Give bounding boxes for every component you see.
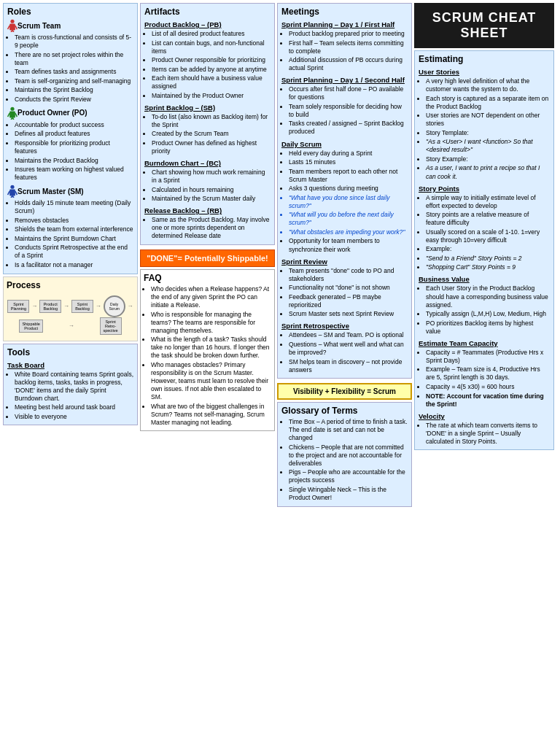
list-item: User stories are NOT dependent on other …	[426, 112, 550, 128]
product-owner-list: Accountable for product success Defines …	[7, 121, 133, 182]
list-item: Removes obstacles	[15, 217, 133, 225]
daily-scrum-q3: "What obstacles are impeding your work?"	[289, 228, 408, 236]
process-product-backlog: ProductBacklog	[39, 300, 61, 313]
list-item: Maintained by the Product Owner	[152, 92, 271, 100]
column-4: SCRUM CHEAT SHEET Estimating User Storie…	[414, 3, 554, 509]
scrum-team-title: Scrum Team	[18, 22, 61, 30]
user-stories-title: User Stories	[419, 68, 550, 76]
list-item: Shields the team from external interfere…	[15, 225, 133, 233]
estimate-capacity-title: Estimate Team Capacity	[419, 339, 550, 347]
business-value-title: Business Value	[419, 275, 550, 283]
scrum-team-icon	[7, 19, 18, 32]
list-item: Example:	[426, 245, 550, 253]
scrum-team-list: Team is cross-functional and consists of…	[7, 34, 133, 104]
arrow-3: →	[96, 303, 101, 309]
list-item: "Send to a Friend" Story Points = 2	[426, 255, 550, 263]
list-item: Each story is captured as a separate ite…	[426, 95, 550, 111]
process-diagram: SprintPlanning → ProductBacklog → Sprint…	[7, 293, 134, 338]
list-item: There are no set project roles within th…	[15, 51, 133, 67]
list-item: List can contain bugs, and non-functiona…	[152, 39, 271, 55]
list-item: Lasts 15 minutes	[289, 158, 408, 166]
process-sprint-backlog: SprintBacklog	[71, 300, 93, 313]
list-item: Maintained by the Scrum Master daily	[152, 195, 271, 203]
glossary-list: Time Box – A period of time to finish a …	[281, 418, 408, 502]
tools-section: Tools Task Board White Board containing …	[3, 344, 138, 426]
list-item: As a user, I want to print a recipe so t…	[426, 164, 550, 180]
svg-line-11	[12, 117, 14, 120]
list-item: Time Box – A period of time to finish a …	[289, 418, 408, 442]
list-item: Capacity = # Teammates (Productive Hrs x…	[426, 349, 550, 365]
sprint-planning-1-title: Sprint Planning – Day 1 / First Half	[281, 20, 408, 28]
meetings-section: Meetings Sprint Planning – Day 1 / First…	[277, 3, 412, 379]
list-item: List of all desired product features	[152, 30, 271, 38]
visibility-banner: Visibility + Flexibility = Scrum	[277, 383, 412, 400]
product-owner-icon	[7, 107, 18, 120]
product-backlog-title: Product Backlog – (PB)	[144, 20, 271, 28]
product-backlog-list: List of all desired product features Lis…	[144, 30, 271, 100]
list-item: Holds daily 15 minute team meeting (Dail…	[15, 199, 133, 215]
list-item: Product Owner has defined as highest pri…	[152, 139, 271, 155]
user-stories-list: A very high level definition of what the…	[419, 77, 550, 181]
list-item: Conducts the Sprint Review	[15, 96, 133, 104]
column-2: Artifacts Product Backlog – (PB) List of…	[140, 3, 275, 509]
list-item: To-do list (also known as Backlog item) …	[152, 113, 271, 129]
list-item: Accountable for product success	[15, 121, 133, 129]
sprint-backlog-title: Sprint Backlog – (SB)	[144, 104, 271, 112]
list-item: Maintains the Product Backlog	[15, 157, 133, 165]
list-item: Held every day during a Sprint	[289, 150, 408, 158]
task-board-list: White Board containing teams Sprint goal…	[7, 371, 133, 421]
faq-title: FAQ	[144, 273, 271, 283]
list-item: Conducts Sprint Retrospective at the end…	[15, 244, 133, 260]
scrum-master-list: Holds daily 15 minute team meeting (Dail…	[7, 199, 133, 269]
sprint-retro-title: Sprint Retrospective	[281, 322, 408, 330]
list-item: Questions – What went well and what can …	[289, 341, 408, 357]
list-item: Pigs – People who are accountable for th…	[289, 468, 408, 484]
done-banner: "DONE"= Potentially Shippable!	[140, 249, 275, 267]
sprint-planning-2-list: Occurs after first half done – PO availa…	[281, 85, 408, 136]
list-item: Product Owner responsible for prioritizi…	[152, 56, 271, 64]
svg-line-2	[8, 26, 10, 29]
scrum-master-subsection: Scrum Master (SM) Holds daily 15 minute …	[7, 185, 133, 269]
list-item: What are two of the biggest challenges i…	[151, 403, 271, 427]
list-item: Opportunity for team members to synchron…	[289, 237, 408, 253]
faq-section: FAQ Who decides when a Release happens? …	[140, 269, 275, 431]
list-item: Team members report to each other not Sc…	[289, 168, 408, 184]
list-item: Product backlog prepared prior to meetin…	[289, 30, 408, 38]
roles-section: Roles Scrum Team Team is cross-f	[3, 3, 138, 274]
arrow-5: →	[69, 322, 74, 329]
product-owner-title: Product Owner (PO)	[18, 109, 88, 117]
list-item: Story Template:	[426, 129, 550, 137]
svg-point-6	[10, 107, 14, 111]
artifacts-title: Artifacts	[144, 7, 271, 17]
svg-rect-7	[9, 111, 15, 117]
list-item: "As a <User> I want <function> So that <…	[426, 138, 550, 154]
faq-list: Who decides when a Release happens? At t…	[144, 285, 271, 427]
list-item: Maintains the Sprint Burndown Chart	[15, 235, 133, 243]
list-item: Functionality not "done" is not shown	[289, 284, 408, 292]
list-item: SM helps team in discovery – not provide…	[289, 358, 408, 374]
sprint-planning-1-list: Product backlog prepared prior to meetin…	[281, 30, 408, 72]
artifacts-section: Artifacts Product Backlog – (PB) List of…	[140, 3, 275, 245]
list-item: Occurs after first half done – PO availa…	[289, 85, 408, 101]
release-backlog-list: Same as the Product Backlog. May involve…	[144, 216, 271, 240]
svg-line-17	[12, 196, 14, 198]
story-points-title: Story Points	[419, 185, 550, 193]
list-item: Usually scored on a scale of 1-10. 1=ver…	[426, 228, 550, 244]
column-3: Meetings Sprint Planning – Day 1 / First…	[277, 3, 412, 509]
meetings-title: Meetings	[281, 7, 408, 17]
daily-scrum-q1: "What have you done since last daily scr…	[289, 194, 408, 210]
list-item: Created by the Scrum Team	[152, 130, 271, 138]
scrum-team-subsection: Scrum Team Team is cross-functional and …	[7, 19, 133, 104]
svg-point-12	[10, 185, 14, 189]
svg-line-5	[12, 30, 14, 32]
sprint-review-title: Sprint Review	[281, 258, 408, 266]
list-item: PO prioritizes Backlog items by highest …	[426, 320, 550, 336]
list-item: Each User Story in the Product Backlog s…	[426, 285, 550, 309]
roles-title: Roles	[7, 7, 133, 17]
list-item: Team solely responsible for deciding how…	[289, 103, 408, 119]
list-item: Visible to everyone	[15, 413, 133, 421]
daily-scrum-title: Daily Scrum	[281, 140, 408, 148]
burndown-chart-list: Chart showing how much work remaining in…	[144, 169, 271, 203]
list-item: "Shopping Cart" Story Points = 9	[426, 263, 550, 271]
list-item: Single Wringable Neck – This is the Prod…	[289, 486, 408, 502]
